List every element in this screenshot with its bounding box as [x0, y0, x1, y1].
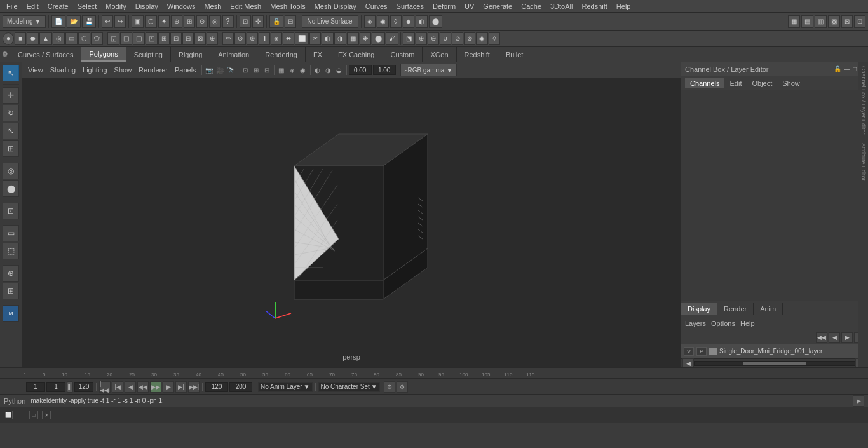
- go-end-btn[interactable]: ▶▶|: [188, 381, 200, 393]
- channels-tab[interactable]: Channels: [685, 78, 724, 88]
- cube-btn[interactable]: ■: [15, 32, 26, 45]
- gamma-dropdown[interactable]: sRGB gamma ▼: [400, 64, 458, 76]
- sculpt-btn[interactable]: ⬤: [372, 32, 385, 45]
- python-label[interactable]: Python: [4, 397, 25, 405]
- edge-ring-btn[interactable]: ⊛: [247, 32, 258, 45]
- pb-key-btn[interactable]: ⚙: [384, 381, 395, 393]
- window-restore-btn[interactable]: □: [29, 411, 38, 419]
- extra-btn-1[interactable]: ▦: [788, 15, 800, 28]
- show-menu[interactable]: Show: [111, 65, 135, 75]
- layers-options-menu[interactable]: Options: [711, 320, 735, 327]
- frame-end2-input[interactable]: [205, 382, 228, 392]
- tab-custom[interactable]: Custom: [383, 47, 423, 62]
- panel-maximize-btn[interactable]: □: [853, 65, 857, 72]
- redo-btn[interactable]: ↪: [114, 15, 126, 28]
- tab-animation[interactable]: Animation: [210, 47, 257, 62]
- object-tab[interactable]: Object: [747, 78, 777, 88]
- layer-prev-btn[interactable]: ◀◀: [816, 332, 827, 343]
- shape-t4[interactable]: ◳: [146, 32, 158, 45]
- comp-btn[interactable]: ⊞: [251, 64, 261, 76]
- shape-t3[interactable]: ◰: [133, 32, 145, 45]
- curve-pen-btn[interactable]: ✏: [222, 32, 234, 45]
- step-back-btn[interactable]: ◀: [125, 381, 136, 393]
- isolate-btn[interactable]: ⬤: [429, 15, 442, 28]
- paint-select-btn[interactable]: ✦: [158, 15, 170, 28]
- shape-t1[interactable]: ◱: [107, 32, 119, 45]
- history-ltb[interactable]: ⊞: [3, 283, 19, 299]
- universal-tool-ltb[interactable]: ⊞: [3, 140, 19, 157]
- play-fwd-btn[interactable]: ▶▶: [150, 381, 161, 393]
- menu-display[interactable]: Display: [132, 1, 162, 11]
- select-tool-btn[interactable]: ▣: [132, 15, 144, 28]
- menu-curves[interactable]: Curves: [362, 1, 391, 11]
- wire-btn[interactable]: ◈: [287, 64, 297, 76]
- step-fwd-btn[interactable]: ▶: [163, 381, 174, 393]
- rotate-tool-ltb[interactable]: ↻: [3, 105, 19, 121]
- bevel-btn[interactable]: ◈: [271, 32, 282, 45]
- window-minimize-btn[interactable]: —: [17, 411, 25, 419]
- extra-btn-6[interactable]: ⊡: [854, 15, 865, 28]
- play-back-btn[interactable]: ◀◀: [137, 381, 149, 393]
- tab-rigging[interactable]: Rigging: [171, 47, 210, 62]
- tab-rendering[interactable]: Rendering: [257, 47, 306, 62]
- frame-end-input[interactable]: [74, 382, 93, 392]
- edit-tab[interactable]: Edit: [724, 78, 747, 88]
- show-manip-ltb[interactable]: ⊡: [3, 203, 19, 219]
- menu-edit-mesh[interactable]: Edit Mesh: [226, 1, 265, 11]
- ipr-btn[interactable]: ◉: [377, 15, 389, 28]
- prev-key-btn[interactable]: |◀: [112, 381, 123, 393]
- render-btn[interactable]: ◈: [364, 15, 376, 28]
- menu-deform[interactable]: Deform: [429, 1, 459, 11]
- sphere-btn[interactable]: ●: [3, 32, 14, 45]
- frame-current-input[interactable]: [46, 382, 65, 392]
- display-tab[interactable]: Display: [681, 303, 717, 315]
- sculpt-ltb[interactable]: ⬤: [3, 180, 19, 197]
- deform-btn[interactable]: ◑: [334, 32, 346, 45]
- lasso-btn[interactable]: ⬡: [145, 15, 157, 28]
- new-scene-btn[interactable]: 📄: [51, 15, 65, 28]
- undo-btn[interactable]: ↩: [102, 15, 113, 28]
- rotation-field[interactable]: [349, 65, 372, 75]
- shape-t9[interactable]: ⊕: [207, 32, 218, 45]
- window-close-btn[interactable]: ✕: [42, 411, 51, 419]
- lattice-btn[interactable]: ▦: [347, 32, 359, 45]
- bool-union-btn[interactable]: ⊎: [440, 32, 451, 45]
- layer-visibility-p[interactable]: P: [696, 347, 707, 356]
- snap-points-btn[interactable]: ⊕: [171, 15, 182, 28]
- next-key-btn[interactable]: ▶|: [175, 381, 187, 393]
- interactive-btn[interactable]: ⊟: [285, 15, 296, 28]
- menu-mesh-display[interactable]: Mesh Display: [311, 1, 360, 11]
- frame-start-input[interactable]: [26, 382, 45, 392]
- anim-layer-dropdown[interactable]: No Anim Layer ▼: [258, 382, 313, 392]
- tab-bullet[interactable]: Bullet: [498, 47, 532, 62]
- bridge-btn[interactable]: ⬌: [283, 32, 294, 45]
- menu-modify[interactable]: Modify: [102, 1, 130, 11]
- paint-btn[interactable]: 🖌: [386, 32, 398, 45]
- snap-grid-btn[interactable]: ⊞: [184, 15, 195, 28]
- tab-sculpting[interactable]: Sculpting: [126, 47, 171, 62]
- tab-settings-icon[interactable]: ⚙: [0, 47, 10, 61]
- panels-menu[interactable]: Panels: [172, 65, 200, 75]
- layer-prev2-btn[interactable]: ◀: [829, 332, 840, 343]
- shape-t7[interactable]: ⊟: [182, 32, 194, 45]
- material-btn[interactable]: ◆: [403, 15, 414, 28]
- layer-visibility-v[interactable]: V: [684, 347, 694, 356]
- attribute-editor-side-tab[interactable]: Attribute Editor: [860, 139, 867, 185]
- menu-file[interactable]: File: [3, 1, 22, 11]
- render-tab[interactable]: Render: [717, 303, 754, 315]
- shape-t5[interactable]: ⊞: [158, 32, 170, 45]
- tab-fx[interactable]: FX: [306, 47, 330, 62]
- target-weld-btn[interactable]: ◐: [322, 32, 334, 45]
- menu-mesh-tools[interactable]: Mesh Tools: [266, 1, 309, 11]
- layer-next-btn[interactable]: ▶: [841, 332, 853, 343]
- bool-inter-btn[interactable]: ⊗: [464, 32, 475, 45]
- shape-t8[interactable]: ⊠: [194, 32, 206, 45]
- shade-all-btn[interactable]: ◐: [313, 64, 323, 76]
- menu-windows[interactable]: Windows: [163, 1, 200, 11]
- grid-btn[interactable]: ▦: [276, 64, 287, 76]
- extra-btn-3[interactable]: ▥: [815, 15, 827, 28]
- snap-ltb[interactable]: ⊕: [3, 265, 19, 282]
- cyl-btn[interactable]: ⬬: [27, 32, 39, 45]
- disk-btn[interactable]: ⬡: [78, 32, 90, 45]
- fill-btn[interactable]: ⬜: [295, 32, 309, 45]
